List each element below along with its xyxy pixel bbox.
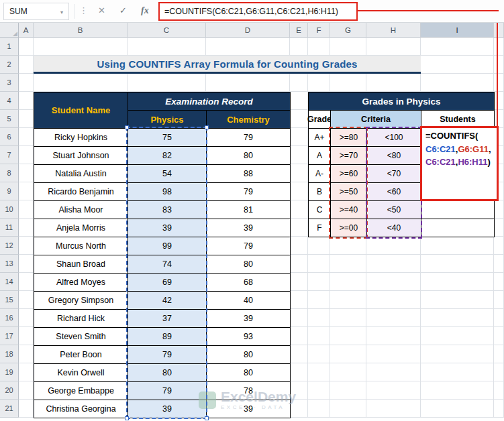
worksheet-title[interactable]: Using COUNTIFS Array Formula for Countin… — [34, 56, 421, 74]
students-cell[interactable] — [421, 219, 495, 237]
chemistry-score-cell[interactable]: 93 — [207, 328, 291, 346]
grade-cell[interactable]: F — [309, 219, 331, 237]
cell[interactable] — [366, 237, 421, 255]
cell[interactable] — [330, 363, 366, 381]
cell[interactable] — [308, 309, 330, 327]
cell[interactable] — [19, 273, 34, 291]
name-box-dropdown-icon[interactable]: ▾ — [60, 9, 63, 15]
cell[interactable] — [19, 56, 34, 74]
cell[interactable] — [421, 273, 494, 291]
confirm-icon[interactable]: ✓ — [119, 5, 127, 15]
cell[interactable] — [290, 146, 308, 164]
cell[interactable] — [421, 255, 494, 273]
cell[interactable] — [19, 363, 34, 381]
cell[interactable] — [421, 38, 494, 56]
cell[interactable] — [206, 74, 290, 92]
row-header-10[interactable]: 10 — [0, 200, 19, 219]
cell[interactable] — [290, 200, 308, 219]
cell[interactable] — [494, 219, 504, 237]
row-header-9[interactable]: 9 — [0, 182, 19, 200]
cell[interactable] — [494, 200, 504, 219]
cell[interactable] — [366, 381, 421, 400]
cell[interactable] — [330, 74, 366, 92]
student-name-cell[interactable]: Ricky Hopkins — [34, 129, 128, 147]
cell[interactable] — [290, 273, 308, 291]
student-name-cell[interactable]: George Embappe — [34, 382, 128, 400]
cell[interactable] — [290, 182, 308, 200]
row-header-7[interactable]: 7 — [0, 146, 19, 164]
grade-cell[interactable]: B — [309, 183, 331, 201]
cell[interactable] — [290, 92, 308, 110]
active-formula-cell[interactable]: =COUNTIFS(C6:C21,G6:G11,C6:C21,H6:H11) — [420, 126, 499, 201]
student-name-cell[interactable]: Ricardo Benjamin — [34, 183, 128, 201]
cell[interactable] — [290, 309, 308, 327]
student-name-cell[interactable]: Alisha Moor — [34, 201, 128, 219]
cell[interactable] — [290, 128, 308, 146]
formula-input[interactable]: =COUNTIFS(C6:C21,G6:G11,C6:C21,H6:H11) — [158, 2, 358, 21]
cell[interactable] — [128, 74, 206, 92]
cell[interactable] — [128, 38, 206, 56]
column-header-G[interactable]: G — [330, 23, 366, 38]
grade-cell[interactable]: A — [309, 147, 331, 165]
row-header-20[interactable]: 20 — [0, 381, 19, 400]
student-name-cell[interactable]: Alfred Moyes — [34, 274, 128, 292]
cell[interactable] — [330, 291, 366, 309]
cell[interactable] — [421, 74, 494, 92]
cell[interactable] — [330, 38, 366, 56]
cell[interactable] — [494, 381, 504, 400]
cell[interactable] — [366, 400, 421, 418]
student-name-cell[interactable]: Stuart Johnson — [34, 147, 128, 165]
cell[interactable] — [330, 255, 366, 273]
cell[interactable] — [366, 255, 421, 273]
student-name-cell[interactable]: Shaun Broad — [34, 255, 128, 274]
cell[interactable] — [290, 219, 308, 237]
cell[interactable] — [290, 327, 308, 345]
row-header-16[interactable]: 16 — [0, 309, 19, 327]
cell[interactable] — [366, 38, 421, 56]
cell[interactable] — [494, 110, 504, 128]
cell[interactable] — [494, 74, 504, 92]
student-name-header[interactable]: Student Name — [34, 93, 128, 129]
row-header-18[interactable]: 18 — [0, 345, 19, 363]
row-header-15[interactable]: 15 — [0, 291, 19, 309]
select-all-corner[interactable]: ◢ — [0, 23, 19, 38]
range-handle[interactable] — [125, 125, 129, 129]
chemistry-score-cell[interactable]: 79 — [207, 183, 291, 201]
cell[interactable] — [421, 309, 494, 327]
more-options-icon[interactable]: ⋮ — [79, 5, 88, 15]
cell[interactable] — [290, 345, 308, 363]
exam-record-header[interactable]: Examination Record — [128, 93, 291, 111]
cell[interactable] — [366, 309, 421, 327]
selection-range-H6-H11[interactable] — [366, 127, 422, 239]
column-header-F[interactable]: F — [308, 23, 330, 38]
cell[interactable] — [494, 345, 504, 363]
cell[interactable] — [290, 255, 308, 273]
range-handle[interactable] — [125, 416, 129, 420]
grade-header[interactable]: Grade — [309, 111, 331, 129]
chemistry-score-cell[interactable]: 39 — [207, 310, 291, 328]
student-name-cell[interactable]: Anjela Morris — [34, 219, 128, 237]
cell[interactable] — [19, 74, 34, 92]
row-header-8[interactable]: 8 — [0, 164, 19, 182]
range-handle[interactable] — [205, 125, 209, 129]
cell[interactable] — [421, 291, 494, 309]
student-name-cell[interactable]: Murcus North — [34, 237, 128, 255]
cell[interactable] — [421, 400, 494, 418]
physics-header[interactable]: Physics — [128, 111, 207, 129]
cell[interactable] — [308, 74, 330, 92]
column-header-H[interactable]: H — [366, 23, 421, 38]
row-header-17[interactable]: 17 — [0, 327, 19, 345]
chemistry-score-cell[interactable]: 79 — [207, 237, 291, 255]
cell[interactable] — [366, 74, 421, 92]
cell[interactable] — [290, 363, 308, 381]
cell[interactable] — [494, 309, 504, 327]
cell[interactable] — [308, 327, 330, 345]
cell[interactable] — [308, 381, 330, 400]
row-header-21[interactable]: 21 — [0, 400, 19, 418]
cell[interactable] — [366, 291, 421, 309]
cell[interactable] — [19, 200, 34, 219]
cell[interactable] — [308, 255, 330, 273]
cell[interactable] — [366, 345, 421, 363]
grades-in-physics-header[interactable]: Grades in Physics — [309, 93, 495, 111]
cell[interactable] — [421, 56, 494, 74]
